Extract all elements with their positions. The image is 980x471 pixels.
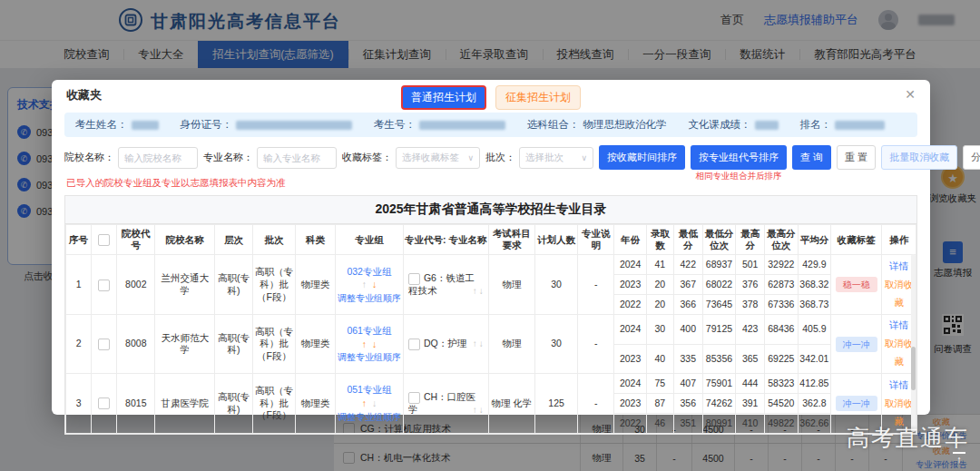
uncollect-link[interactable]: 取消收藏 xyxy=(883,276,915,312)
year-stat: 49822 xyxy=(765,414,799,434)
batch-select[interactable]: 选择批次∨ xyxy=(519,147,593,169)
batch-uncollect-button[interactable]: 批量取消收藏 xyxy=(881,145,957,170)
info-label: 考生号： xyxy=(374,118,416,132)
scrollbar-thumb[interactable] xyxy=(911,347,916,390)
year-stat: 73645 xyxy=(702,295,736,315)
major-checkbox[interactable] xyxy=(408,392,420,404)
col-header: 专业说明 xyxy=(578,225,614,255)
plan-count: 125 xyxy=(535,374,578,434)
adjust-group-link[interactable]: 调整专业组顺序 xyxy=(337,351,402,363)
year-stat: 20 xyxy=(646,275,673,295)
plan-count: 30 xyxy=(535,315,578,374)
year-stat: 75 xyxy=(646,374,673,394)
year-stat: 41 xyxy=(646,255,673,275)
move-up-icon[interactable]: ↑ xyxy=(473,339,477,348)
row-checkbox[interactable] xyxy=(98,339,110,350)
uncollect-link[interactable]: 取消收藏 xyxy=(883,335,915,371)
row-checkbox[interactable] xyxy=(98,280,110,291)
year-stat: 2024 xyxy=(614,315,647,344)
info-item: 身份证号： xyxy=(181,118,353,132)
plan-tabs: 普通招生计划 征集招生计划 xyxy=(401,85,581,110)
col-header: 平均分 xyxy=(798,225,831,255)
year-stat: 367 xyxy=(673,275,702,295)
filter-label: 批次： xyxy=(485,151,515,164)
filter-label: 院校名称： xyxy=(64,151,114,164)
query-button[interactable]: 查 询 xyxy=(792,145,831,170)
move-down-icon[interactable]: ↓ xyxy=(372,279,377,289)
import-note: 已导入的院校专业组及专业以志愿填报表中内容为准 xyxy=(66,177,916,190)
year-stat: 351 xyxy=(673,414,702,434)
header-checkbox[interactable] xyxy=(98,234,110,246)
modal-header: 收藏夹 普通招生计划 征集招生计划 ✕ xyxy=(52,80,930,111)
move-up-icon[interactable]: ↑ xyxy=(473,286,477,296)
major-checkbox[interactable] xyxy=(408,339,420,350)
year-stat: 405.9 xyxy=(798,315,831,344)
group-name[interactable]: 051专业组 xyxy=(337,384,402,397)
header-row: 序号院校代号院校名称层次批次科类专业组专业代号: 专业名称考试科目要求计划人数专… xyxy=(66,225,916,255)
adjust-group-link[interactable]: 调整专业组顺序 xyxy=(337,411,402,423)
major-name-input[interactable] xyxy=(257,147,337,169)
back-to-top-button[interactable]: ↑ xyxy=(953,452,965,464)
move-down-icon[interactable]: ↓ xyxy=(372,397,377,408)
col-header: 考试科目要求 xyxy=(488,225,535,255)
filter-bar: 院校名称：专业名称：收藏标签：选择收藏标签∨批次：选择批次∨按收藏时间排序相同专… xyxy=(64,145,917,170)
col-header: 最高分 xyxy=(736,225,765,255)
catalog-table: 序号院校代号院校名称层次批次科类专业组专业代号: 专业名称考试科目要求计划人数专… xyxy=(65,224,916,434)
col-header: 专业代号: 专业名称 xyxy=(403,225,488,255)
year-stat: 87 xyxy=(646,394,673,414)
sort-by-group-button[interactable]: 按专业组代号排序 xyxy=(691,145,787,170)
major-note: - xyxy=(578,315,614,374)
year-stat: 501 xyxy=(736,255,765,275)
move-up-icon[interactable]: ↑ xyxy=(362,339,367,349)
info-label: 选科组合： xyxy=(527,118,580,132)
year-stat: 62873 xyxy=(765,275,799,295)
group-name[interactable]: 061专业组 xyxy=(337,325,402,338)
close-icon[interactable]: ✕ xyxy=(905,87,916,102)
adjust-group-link[interactable]: 调整专业组顺序 xyxy=(337,292,402,304)
modal-title: 收藏夹 xyxy=(66,87,102,103)
move-up-icon[interactable]: ↑ xyxy=(473,405,477,415)
move-down-icon[interactable]: ↓ xyxy=(372,339,377,349)
year-stat: 365 xyxy=(736,344,765,373)
table-body: 18002兰州交通大学高职(专科)高职（专科）批（F段）物理类032专业组↑↓调… xyxy=(66,255,916,434)
tab-collect-plan[interactable]: 征集招生计划 xyxy=(495,85,581,110)
student-info-bar: 考生姓名： 身份证号： 考生号： 选科组合： 物理思想政治化学 文化课成绩： 排… xyxy=(64,113,917,137)
col-header: 最低分 xyxy=(673,225,702,255)
table-scrollbar[interactable] xyxy=(911,254,916,432)
tag-select[interactable]: 选择收藏标签∨ xyxy=(396,147,480,169)
move-up-icon[interactable]: ↑ xyxy=(362,397,367,408)
group-name[interactable]: 032专业组 xyxy=(337,266,402,279)
detail-link[interactable]: 详情 xyxy=(883,258,915,276)
favorites-modal: 收藏夹 普通招生计划 征集招生计划 ✕ 考生姓名： 身份证号： 考生号： 选科组… xyxy=(52,80,930,415)
year-stat: 32922 xyxy=(765,255,799,275)
info-value-mask xyxy=(132,121,159,130)
share-button[interactable]: 分 享 xyxy=(963,145,980,170)
tab-normal-plan[interactable]: 普通招生计划 xyxy=(401,85,486,110)
reset-button[interactable]: 重 置 xyxy=(837,145,876,170)
detail-link[interactable]: 详情 xyxy=(883,317,915,335)
move-down-icon[interactable]: ↓ xyxy=(479,405,484,415)
major-checkbox[interactable] xyxy=(408,273,420,285)
college-name-input[interactable] xyxy=(118,147,198,169)
move-down-icon[interactable]: ↓ xyxy=(479,286,484,296)
category: 物理类 xyxy=(295,374,335,434)
year-stat: 40 xyxy=(646,344,673,373)
year-stat: 2024 xyxy=(614,255,647,275)
tag-badge: 冲一冲 xyxy=(836,396,877,411)
filter-label: 专业名称： xyxy=(203,151,253,164)
sort-by-time-button[interactable]: 按收藏时间排序 xyxy=(599,145,685,170)
college-code: 8002 xyxy=(117,255,155,315)
col-header xyxy=(92,225,117,255)
col-header: 序号 xyxy=(66,225,92,255)
chevron-down-icon: ∨ xyxy=(581,153,587,162)
year-stat: 30 xyxy=(646,315,673,344)
detail-link[interactable]: 详情 xyxy=(883,377,915,395)
year-stat: 68022 xyxy=(702,275,736,295)
move-down-icon[interactable]: ↓ xyxy=(479,339,484,348)
sort-hint: 相同专业组合并后排序 xyxy=(696,171,782,182)
batch: 高职（专科）批（F段） xyxy=(253,315,296,374)
row-checkbox[interactable] xyxy=(98,397,110,409)
year-stat: 422 xyxy=(673,255,702,275)
col-header: 专业组 xyxy=(335,225,403,255)
move-up-icon[interactable]: ↑ xyxy=(362,279,367,289)
